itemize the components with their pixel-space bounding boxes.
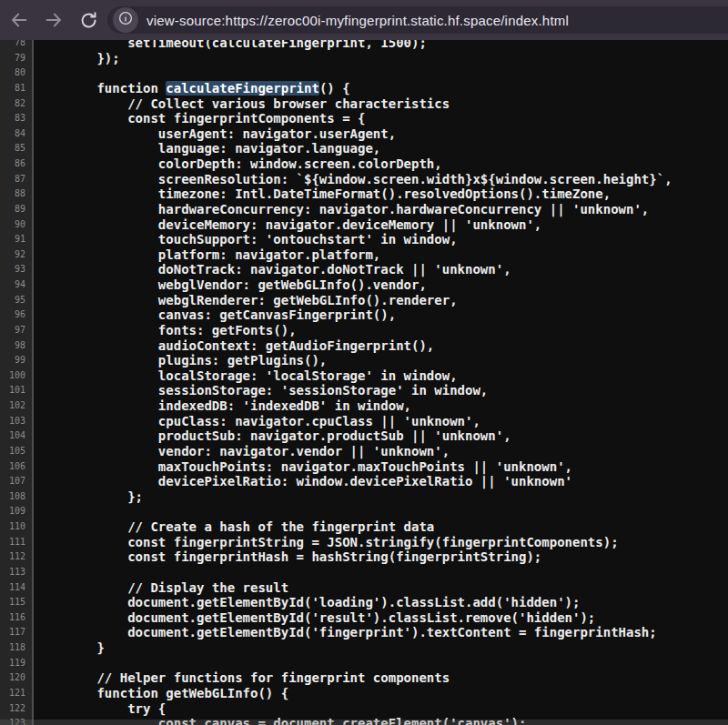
code-line: localStorage: 'localStorage' in window, [35, 368, 728, 384]
code-lines: setTimeout(calculateFingerprint, 1500); … [35, 40, 728, 725]
line-number: 117 [0, 625, 32, 640]
code-line: colorDepth: window.screen.colorDepth, [35, 156, 728, 172]
line-number: 85 [0, 141, 32, 156]
page-info-button[interactable] [113, 7, 138, 33]
code-line: }); [35, 51, 728, 66]
code-line: doNotTrack: navigator.doNotTrack || 'unk… [35, 262, 728, 277]
code-line: document.getElementById('fingerprint').t… [35, 625, 728, 640]
code-line: document.getElementById('result').classL… [35, 610, 728, 626]
code-line: sessionStorage: 'sessionStorage' in wind… [35, 383, 728, 398]
line-number: 78 [0, 40, 32, 51]
code-line: const fingerprintString = JSON.stringify… [35, 535, 728, 550]
code-line: vendor: navigator.vendor || 'unknown', [35, 444, 728, 459]
line-number: 100 [0, 368, 32, 384]
code-line: platform: navigator.platform, [35, 247, 728, 263]
code-line: // Helper functions for fingerprint comp… [35, 670, 728, 686]
code-line: timezone: Intl.DateTimeFormat().resolved… [35, 186, 728, 202]
line-number: 101 [0, 383, 32, 398]
code-line: function calculateFingerprint() { [35, 81, 728, 96]
code-line: canvas: getCanvasFingerprint(), [35, 307, 728, 323]
line-number: 109 [0, 504, 32, 519]
line-number: 120 [0, 670, 32, 686]
code-line: // Create a hash of the fingerprint data [35, 519, 728, 535]
line-number: 112 [0, 549, 32, 565]
line-number: 83 [0, 111, 32, 126]
line-number: 121 [0, 686, 32, 701]
code-line [35, 656, 728, 671]
line-number: 122 [0, 701, 32, 717]
code-line: webglRenderer: getWebGLInfo().renderer, [35, 293, 728, 308]
line-number: 108 [0, 489, 32, 505]
line-number-gutter: 7879808182838485868788899091929394959697… [0, 40, 34, 725]
line-number: 98 [0, 338, 32, 354]
code-line: // Collect various browser characteristi… [35, 96, 728, 112]
code-line: setTimeout(calculateFingerprint, 1500); [35, 40, 728, 51]
code-line: hardwareConcurrency: navigator.hardwareC… [35, 202, 728, 217]
info-icon [117, 10, 134, 30]
code-line: maxTouchPoints: navigator.maxTouchPoints… [35, 459, 728, 475]
line-number: 91 [0, 232, 32, 247]
code-line: indexedDB: 'indexedDB' in window, [35, 398, 728, 414]
horizontal-scrollbar[interactable] [0, 720, 728, 725]
code-line: const fingerprintComponents = { [35, 111, 728, 126]
code-line: function getWebGLInfo() { [35, 686, 728, 701]
line-number: 93 [0, 262, 32, 277]
code-line [35, 565, 728, 580]
source-view: 7879808182838485868788899091929394959697… [0, 40, 728, 725]
code-line: }; [35, 489, 728, 505]
code-line: productSub: navigator.productSub || 'unk… [35, 428, 728, 444]
line-number: 113 [0, 565, 32, 580]
forward-arrow-icon [44, 10, 64, 30]
code-pane: setTimeout(calculateFingerprint, 1500); … [35, 40, 728, 725]
url-text: view-source:https://zeroc00i-myfingerpri… [147, 13, 569, 28]
line-number: 84 [0, 126, 32, 142]
back-arrow-icon [9, 10, 29, 30]
code-line: fonts: getFonts(), [35, 323, 728, 338]
line-number: 103 [0, 414, 32, 429]
refresh-button[interactable] [73, 5, 104, 35]
line-number: 81 [0, 81, 32, 96]
code-line: plugins: getPlugins(), [35, 353, 728, 368]
forward-button[interactable] [38, 5, 69, 35]
line-number: 99 [0, 353, 32, 368]
line-number: 80 [0, 65, 32, 81]
code-line: try { [35, 701, 728, 717]
refresh-icon [79, 11, 98, 30]
line-number: 102 [0, 398, 32, 414]
line-number: 97 [0, 323, 32, 338]
back-button[interactable] [4, 5, 35, 35]
line-number: 79 [0, 51, 32, 66]
line-number: 96 [0, 307, 32, 323]
line-number: 119 [0, 656, 32, 671]
code-line: screenResolution: `${window.screen.width… [35, 172, 728, 187]
line-number: 88 [0, 186, 32, 202]
line-number: 104 [0, 428, 32, 444]
line-number: 111 [0, 535, 32, 550]
line-number: 92 [0, 247, 32, 263]
line-number: 118 [0, 640, 32, 656]
line-number: 115 [0, 595, 32, 610]
code-line: document.getElementById('loading').class… [35, 595, 728, 610]
url-bar[interactable]: view-source:https://zeroc00i-myfingerpri… [107, 6, 728, 34]
search-highlight: calculateFingerprint [166, 81, 319, 96]
line-number: 107 [0, 474, 32, 489]
code-line: webglVendor: getWebGLInfo().vendor, [35, 277, 728, 293]
code-line: const fingerprintHash = hashString(finge… [35, 549, 728, 565]
line-number: 114 [0, 580, 32, 596]
gutter-numbers: 7879808182838485868788899091929394959697… [0, 40, 32, 725]
line-number: 116 [0, 610, 32, 626]
code-line [35, 504, 728, 519]
line-number: 110 [0, 519, 32, 535]
line-number: 90 [0, 217, 32, 233]
code-line: language: navigator.language, [35, 141, 728, 156]
browser-toolbar: view-source:https://zeroc00i-myfingerpri… [0, 0, 728, 40]
line-number: 106 [0, 459, 32, 475]
line-number: 87 [0, 172, 32, 187]
line-number: 105 [0, 444, 32, 459]
line-number: 86 [0, 156, 32, 172]
line-number: 82 [0, 96, 32, 112]
line-number: 89 [0, 202, 32, 217]
code-line: touchSupport: 'ontouchstart' in window, [35, 232, 728, 247]
code-line: deviceMemory: navigator.deviceMemory || … [35, 217, 728, 233]
code-line: userAgent: navigator.userAgent, [35, 126, 728, 142]
